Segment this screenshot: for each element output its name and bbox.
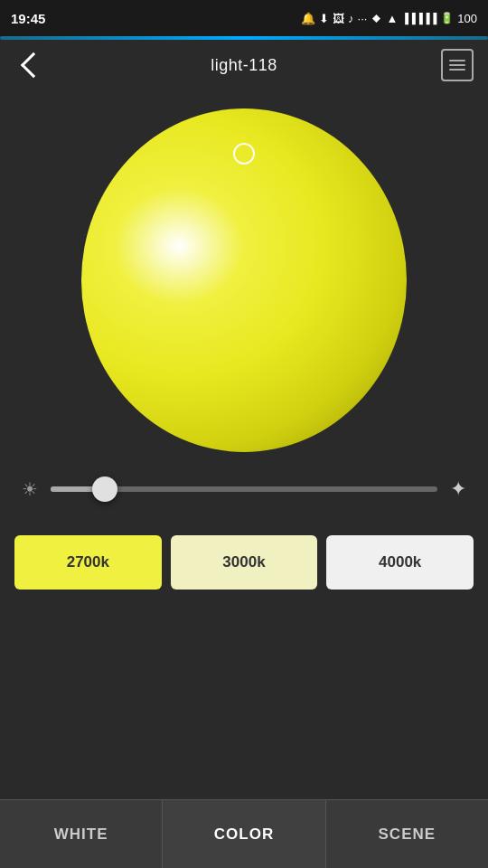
brightness-thumb[interactable] [92, 476, 117, 502]
temp-2700-button[interactable]: 2700k [14, 535, 162, 590]
bluetooth-icon: ⯁ [371, 12, 382, 25]
battery-level: 100 [457, 12, 477, 25]
sun-small-icon: ☀ [22, 478, 38, 500]
download-icon: ⬇ [319, 12, 329, 25]
nav-scene-button[interactable]: SCENE [326, 799, 488, 868]
color-circle[interactable] [81, 108, 407, 452]
battery-icon: 🔋 [440, 12, 454, 24]
brightness-track[interactable] [51, 486, 437, 492]
color-picker-area[interactable] [0, 90, 488, 461]
notification-icon: 🔔 [301, 12, 315, 25]
temp-3000-button[interactable]: 3000k [171, 535, 318, 590]
page-title: light-118 [211, 56, 277, 75]
image-icon: 🖼 [333, 12, 344, 25]
menu-button[interactable] [441, 49, 474, 81]
menu-icon-line2 [449, 64, 465, 66]
color-handle[interactable] [233, 143, 255, 165]
brightness-slider-area: ☀ ✦ [0, 461, 488, 517]
wifi-icon: ▲ [386, 12, 398, 25]
bottom-nav: WHITE COLOR SCENE [0, 799, 488, 868]
status-time: 19:45 [11, 11, 45, 26]
nav-color-button[interactable]: COLOR [163, 799, 325, 868]
header: light-118 [0, 40, 488, 90]
nav-white-button[interactable]: WHITE [0, 799, 163, 868]
music-icon: ♪ [348, 12, 354, 25]
back-icon [21, 52, 46, 78]
status-bar: 19:45 🔔 ⬇ 🖼 ♪ ··· ⯁ ▲ ▐▐▐▐▐ 🔋 100 [0, 0, 488, 36]
menu-icon-line1 [449, 60, 465, 61]
sun-large-icon: ✦ [450, 477, 466, 501]
temperature-presets: 2700k 3000k 4000k [0, 526, 488, 599]
temp-4000-button[interactable]: 4000k [326, 535, 474, 590]
menu-icon-line3 [449, 69, 465, 71]
signal-icon: ▐▐▐▐▐ [401, 13, 436, 24]
back-button[interactable] [14, 49, 47, 81]
more-icon: ··· [358, 12, 368, 25]
status-icons: 🔔 ⬇ 🖼 ♪ ··· ⯁ ▲ ▐▐▐▐▐ 🔋 100 [301, 12, 477, 25]
